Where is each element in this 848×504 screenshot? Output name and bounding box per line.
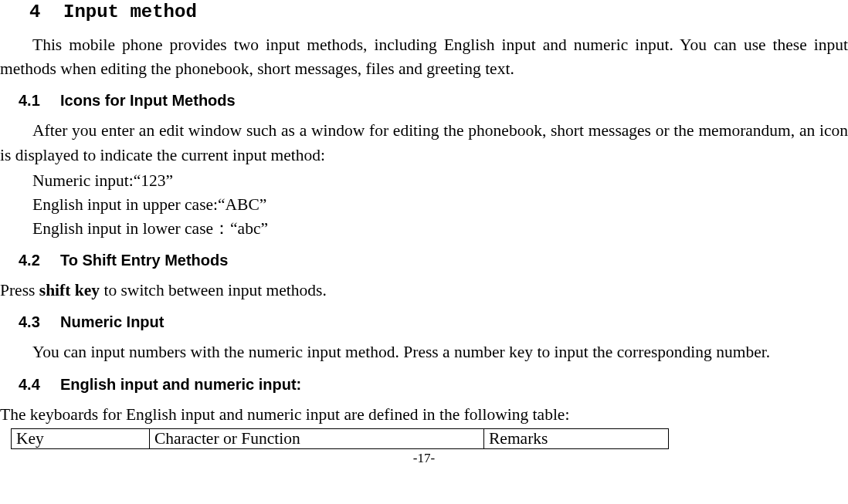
table-header-key: Key	[12, 428, 150, 448]
chapter-title: Input method	[63, 2, 197, 22]
text-run: to switch between input methods.	[100, 281, 327, 299]
section-title: To Shift Entry Methods	[60, 252, 228, 269]
section-number: 4.3	[19, 313, 60, 331]
table-header-char: Character or Function	[150, 428, 484, 448]
section-number: 4.2	[19, 252, 60, 269]
input-mode-line: English input in upper case:“ABC”	[32, 193, 848, 217]
section-41-lead: After you enter an edit window such as a…	[0, 119, 848, 167]
shift-key-term: shift key	[39, 281, 100, 299]
section-heading-42: 4.2To Shift Entry Methods	[19, 252, 848, 269]
chapter-number: 4	[29, 2, 63, 22]
section-title: Numeric Input	[60, 313, 164, 330]
section-42-line: Press shift key to switch between input …	[0, 279, 848, 303]
section-41-list: Numeric input:“123” English input in upp…	[32, 169, 848, 242]
section-heading-41: 4.1Icons for Input Methods	[19, 92, 848, 110]
key-table: Key Character or Function Remarks	[11, 428, 669, 449]
table-header-remarks: Remarks	[484, 428, 669, 448]
section-title: Icons for Input Methods	[60, 92, 236, 109]
intro-paragraph: This mobile phone provides two input met…	[0, 33, 848, 81]
input-mode-line: English input in lower case：“abc”	[32, 217, 848, 241]
section-heading-43: 4.3Numeric Input	[19, 313, 848, 331]
section-title: English input and numeric input:	[60, 376, 301, 393]
text-run: Press	[0, 281, 39, 299]
page-number: -17-	[0, 451, 848, 466]
section-number: 4.1	[19, 92, 60, 110]
input-mode-line: Numeric input:“123”	[32, 169, 848, 193]
section-heading-44: 4.4English input and numeric input:	[19, 376, 848, 394]
chapter-heading: 4Input method	[29, 2, 848, 22]
section-44-lead: The keyboards for English input and nume…	[0, 403, 848, 427]
section-number: 4.4	[19, 376, 60, 394]
table-row: Key Character or Function Remarks	[12, 428, 669, 448]
section-43-paragraph: You can input numbers with the numeric i…	[0, 340, 848, 364]
